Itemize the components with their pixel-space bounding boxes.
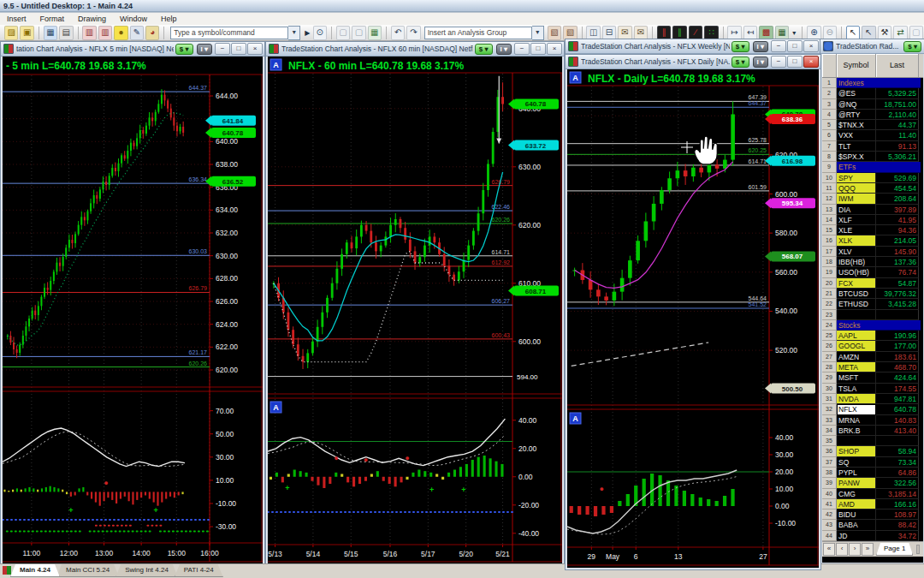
symbol-cell[interactable]: SPY [837, 173, 876, 183]
prev-page-icon[interactable]: ‹ [836, 543, 848, 556]
symbol-lookup-icon[interactable]: ⊙ [313, 26, 327, 40]
radar-row-SHOP[interactable]: 36SHOP58.94 [822, 446, 923, 456]
analysis-group-input[interactable] [424, 27, 532, 39]
menu-item-drawing[interactable]: Drawing [71, 13, 113, 25]
tools-icon[interactable]: ⚒ [878, 26, 891, 40]
symbol-cell[interactable]: IBB(HB) [837, 257, 876, 267]
symbol-cell[interactable]: @ES [837, 88, 876, 98]
symbol-cell[interactable]: GOOGL [837, 341, 876, 351]
menu-item-insert[interactable]: Insert [0, 13, 33, 25]
close-button[interactable]: × [803, 56, 819, 68]
save-icon[interactable]: ▦ [44, 26, 57, 40]
symbol-cell[interactable]: @RTY [837, 110, 876, 120]
radar-row-AMZN[interactable]: 27AMZN183.61 [822, 352, 923, 362]
dollar-style-button[interactable]: $ ▾ [903, 41, 921, 52]
radar-row-FCX[interactable]: 20FCX54.87 [822, 278, 923, 289]
tile-vertical-icon[interactable]: ⊟ [602, 26, 616, 40]
symbol-cell[interactable]: DIA [837, 205, 876, 215]
symbol-cell[interactable]: SQ [837, 457, 876, 468]
app-title-bar[interactable]: 9.5 - Untitled Desktop: 1 - Main 4.24 [0, 0, 924, 12]
symbol-cell[interactable]: USO(HB) [837, 267, 876, 277]
minimize-button[interactable]: − [514, 43, 530, 55]
workspace-tab-pati-4-24[interactable]: PATI 4-24 [175, 564, 223, 577]
menu-item-window[interactable]: Window [113, 13, 154, 25]
style-menu-caret[interactable]: ▾ [790, 27, 798, 39]
chart-svg-cd[interactable]: 647.39644.37625.78620.25614.71601.59544.… [567, 69, 819, 567]
indicator-style-button[interactable]: I ▾ [753, 57, 768, 68]
radar-row-@NQ[interactable]: 3@NQ18,751.00 [822, 99, 923, 110]
chart-window-daily[interactable]: TradeStation Chart Analysis - NFLX Daily… [565, 54, 821, 570]
radar-row-@ES[interactable]: 2@ES5,329.25 [822, 88, 923, 98]
symbol-cell[interactable]: BRK.B [837, 426, 876, 436]
symbol-cell[interactable]: ETHUSD [837, 299, 876, 309]
maximize-button[interactable]: □ [231, 43, 246, 55]
radar-row-AAPL[interactable]: 25AAPL190.96 [822, 331, 923, 341]
quote-window-icon[interactable]: ▢ [352, 26, 365, 40]
symbol-cell[interactable]: BTCUSD [837, 289, 876, 299]
radar-row-USO(HB)[interactable]: 19USO(HB)76.74 [822, 267, 923, 277]
zoom-out-icon[interactable]: ⊖ [823, 26, 837, 40]
radar-row-SPY[interactable]: 10SPY529.69 [822, 173, 923, 183]
dollar-style-button[interactable]: $ ▾ [732, 57, 749, 68]
symbol-cell[interactable]: IWM [837, 194, 876, 204]
symbol-cell[interactable]: TLT [837, 141, 876, 152]
new-workspace-icon[interactable]: ▣ [20, 26, 33, 40]
bar-spacing-out-icon[interactable]: ↤ [743, 26, 757, 40]
maximize-button[interactable]: □ [530, 43, 546, 55]
insert-study-icon[interactable]: ▧ [548, 26, 561, 40]
symbol-cell[interactable]: XLV [837, 247, 876, 257]
radar-row-IBB(HB)[interactable]: 18IBB(HB)137.36 [822, 257, 923, 267]
symbol-cell[interactable]: XLF [837, 215, 876, 225]
radar-row-NFLX[interactable]: 32NFLX640.78 [822, 404, 923, 414]
symbol-cell[interactable] [837, 436, 876, 446]
radar-row-$TNX.X[interactable]: 5$TNX.X44.37 [822, 120, 923, 130]
close-button[interactable]: × [247, 43, 263, 55]
next-page-icon[interactable]: › [849, 543, 861, 556]
radarscreen-title-bar[interactable]: TradeStation Rad... $ ▾ [820, 39, 924, 54]
chart-svg-c60[interactable]: 626.79622.46620.26614.71612.92606.27600.… [268, 57, 562, 563]
radar-row-MRNA[interactable]: 33MRNA140.83 [822, 415, 923, 426]
palette-icon[interactable]: ◕ [145, 26, 159, 40]
symbol-cell[interactable]: BABA [837, 520, 876, 530]
radar-row-XLF[interactable]: 14XLF41.95 [822, 215, 923, 225]
chart-canvas-60min[interactable]: 626.79622.46620.26614.71612.92606.27600.… [268, 57, 562, 564]
send-chart-icon[interactable]: ✉ [618, 26, 631, 40]
radar-row-QQQ[interactable]: 11QQQ454.54 [822, 183, 923, 194]
drawing-tool-icon[interactable]: ✎ [130, 26, 144, 40]
maximize-button[interactable]: □ [787, 40, 803, 52]
symbol-cell[interactable]: PYPL [837, 468, 876, 478]
radar-row-AMD[interactable]: 41AMD166.16 [822, 499, 923, 509]
symbol-cell[interactable]: NFLX [837, 404, 876, 414]
matrix-window-icon[interactable]: ▦ [368, 26, 382, 40]
bar-style-icon[interactable]: ∥ [672, 26, 686, 40]
symbol-cell[interactable]: PANW [837, 478, 876, 488]
chart-window-60min[interactable]: TradeStation Chart Analysis - NFLX 60 mi… [265, 41, 565, 567]
radar-row-NVDA[interactable]: 31NVDA947.81 [822, 394, 923, 404]
bar-spacing-in-icon[interactable]: ↦ [727, 26, 741, 40]
share-icon[interactable]: ✉ [634, 26, 648, 40]
radar-row-BTCUSD[interactable]: 21BTCUSD39,776.32 [822, 289, 923, 299]
line-style-icon[interactable]: ∕ [689, 26, 702, 40]
symbol-cell[interactable] [837, 310, 876, 320]
symbol-cell[interactable]: MRNA [837, 415, 876, 426]
chart-canvas-daily[interactable]: 647.39644.37625.78620.25614.71601.59544.… [567, 69, 819, 568]
radar-row-BIDU[interactable]: 42BIDU108.97 [822, 509, 923, 520]
symbol-cell[interactable]: $SPX.X [837, 152, 876, 162]
workspace-tab-main-cci-5-24[interactable]: Main CCI 5.24 [56, 564, 119, 577]
dollar-style-button[interactable]: $ ▾ [475, 44, 493, 55]
select-tool-icon[interactable]: ↖ [862, 26, 875, 40]
radar-row-META[interactable]: 28META468.70 [822, 362, 923, 372]
symbol-cell[interactable]: AAPL [837, 331, 876, 341]
dollar-style-button[interactable]: $ ▾ [732, 41, 749, 52]
symbol-cell[interactable]: META [837, 362, 876, 372]
radar-row-VXX[interactable]: 6VXX11.40 [822, 130, 923, 140]
close-button[interactable]: × [547, 43, 562, 55]
format-symbol-icon[interactable]: ▥ [82, 26, 96, 40]
chart-daily-title-bar[interactable]: TradeStation Chart Analysis - NFLX Daily… [566, 55, 820, 69]
undo-icon[interactable]: ↶ [391, 26, 405, 40]
symbol-cell[interactable]: QQQ [837, 183, 876, 194]
chart-60min-title-bar[interactable]: TradeStation Chart Analysis - NFLX 60 mi… [266, 42, 564, 57]
symbol-cell[interactable]: NVDA [837, 394, 876, 404]
chart-canvas-5min[interactable]: 644.37636.34630.03626.79621.17620.26644.… [3, 57, 263, 564]
symbol-cell[interactable]: SHOP [837, 446, 876, 456]
